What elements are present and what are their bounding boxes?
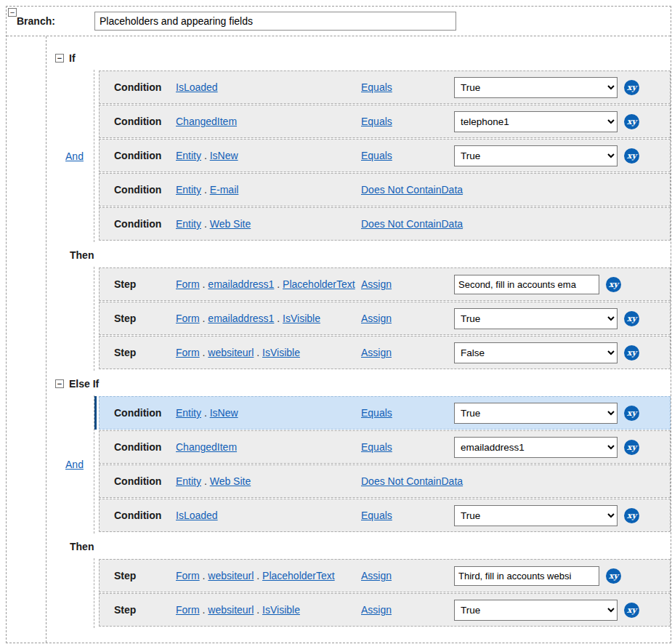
path-segment-link[interactable]: IsLoaded	[176, 81, 218, 93]
value-cell: telephone1	[454, 111, 618, 132]
value-dropdown[interactable]: True	[454, 600, 618, 621]
path-segment-link[interactable]: ChangedItem	[176, 441, 237, 453]
condition-row[interactable]: ConditionChangedItemEqualstelephone1xy	[99, 105, 671, 138]
fx-expression-icon[interactable]: xy	[624, 406, 639, 421]
path-separator: .	[274, 278, 283, 290]
path-segment-link[interactable]: IsVisible	[262, 604, 300, 616]
branch-collapse-icon[interactable]: −	[8, 8, 17, 17]
path-segment-link[interactable]: E-mail	[210, 184, 239, 196]
path-segment-link[interactable]: emailaddress1	[208, 313, 274, 324]
connector-link[interactable]: And	[65, 459, 84, 470]
value-dropdown[interactable]: True	[454, 77, 618, 98]
value-dropdown[interactable]: False	[454, 342, 618, 363]
path-segment-link[interactable]: Form	[176, 347, 200, 358]
value-text-input[interactable]	[454, 566, 599, 586]
property-path: Entity . IsNew	[176, 150, 361, 161]
path-segment-link[interactable]: ChangedItem	[176, 116, 237, 127]
path-segment-link[interactable]: emailaddress1	[208, 278, 274, 290]
value-dropdown[interactable]: True	[454, 403, 618, 424]
condition-row[interactable]: ConditionEntity . IsNewEqualsTruexy	[99, 139, 671, 172]
condition-row[interactable]: ConditionIsLoadedEqualsTruexy	[99, 71, 671, 104]
condition-row[interactable]: ConditionChangedItemEqualsemailaddress1x…	[99, 430, 671, 464]
path-segment-link[interactable]: IsNew	[210, 407, 238, 419]
branch-name-input[interactable]	[94, 12, 456, 31]
step-row[interactable]: StepForm . websiteurl . IsVisibleAssignT…	[99, 593, 671, 627]
step-row[interactable]: StepForm . emailaddress1 . IsVisibleAssi…	[99, 302, 671, 335]
rows-container: ConditionIsLoadedEqualsTruexyConditionCh…	[94, 70, 671, 242]
value-dropdown[interactable]: True	[454, 145, 618, 166]
row-type-label: Step	[100, 604, 176, 616]
fx-expression-icon[interactable]: xy	[624, 440, 639, 455]
value-text-input[interactable]	[454, 275, 599, 294]
path-segment-link[interactable]: Entity	[176, 150, 201, 161]
fx-expression-icon[interactable]: xy	[606, 277, 621, 292]
value-cell	[454, 566, 599, 586]
fx-expression-icon[interactable]: xy	[624, 345, 639, 361]
operator-link[interactable]: Equals	[361, 150, 392, 161]
connector-link[interactable]: And	[65, 150, 84, 162]
row-type-label: Condition	[100, 218, 176, 230]
fx-expression-icon[interactable]: xy	[624, 114, 639, 129]
step-row[interactable]: StepForm . websiteurl . PlaceholderTextA…	[99, 559, 671, 592]
value-dropdown[interactable]: True	[454, 308, 618, 329]
fx-expression-icon[interactable]: xy	[624, 80, 639, 95]
operator-link[interactable]: Equals	[361, 407, 392, 419]
condition-row[interactable]: ConditionEntity . E-mailDoes Not Contain…	[99, 173, 671, 206]
path-segment-link[interactable]: IsNew	[210, 150, 238, 161]
operator-link[interactable]: Assign	[361, 278, 392, 290]
path-segment-link[interactable]: Entity	[176, 184, 201, 196]
operator-link[interactable]: Assign	[361, 570, 392, 581]
fx-expression-icon[interactable]: xy	[606, 568, 621, 584]
operator-link[interactable]: Equals	[361, 441, 392, 453]
path-separator: .	[201, 184, 210, 196]
path-segment-link[interactable]: Entity	[176, 218, 201, 230]
fx-expression-icon[interactable]: xy	[624, 148, 639, 164]
fx-expression-icon[interactable]: xy	[624, 508, 639, 523]
operator-link[interactable]: Assign	[361, 347, 392, 358]
path-segment-link[interactable]: Web Site	[210, 218, 251, 230]
operator-link[interactable]: Does Not ContainData	[361, 218, 463, 230]
path-segment-link[interactable]: IsVisible	[283, 313, 320, 324]
path-separator: .	[201, 475, 210, 487]
path-segment-link[interactable]: PlaceholderText	[262, 570, 335, 581]
path-segment-link[interactable]: IsLoaded	[176, 510, 218, 521]
condition-row[interactable]: ConditionEntity . Web SiteDoes Not Conta…	[99, 464, 671, 498]
operator-link[interactable]: Equals	[361, 510, 392, 521]
condition-row[interactable]: ConditionEntity . IsNewEqualsTruexy	[99, 396, 671, 430]
path-separator: .	[201, 407, 210, 419]
rule-designer: − Branch: −IfAndConditionIsLoadedEqualsT…	[6, 6, 671, 643]
path-segment-link[interactable]: Entity	[176, 407, 201, 419]
operator-link[interactable]: Assign	[361, 604, 392, 616]
rows-container: StepForm . emailaddress1 . PlaceholderTe…	[94, 267, 671, 371]
path-segment-link[interactable]: Form	[176, 570, 200, 581]
collapse-icon[interactable]: −	[55, 54, 64, 63]
operator-link[interactable]: Does Not ContainData	[361, 184, 463, 196]
collapse-icon[interactable]: −	[55, 379, 64, 388]
connector-cell: And	[55, 150, 94, 162]
fx-expression-icon[interactable]: xy	[624, 603, 639, 618]
operator-link[interactable]: Equals	[361, 116, 392, 127]
fx-expression-icon[interactable]: xy	[624, 311, 639, 326]
operator-link[interactable]: Does Not ContainData	[361, 475, 463, 487]
condition-row[interactable]: ConditionIsLoadedEqualsTruexy	[99, 499, 671, 532]
condition-row[interactable]: ConditionEntity . Web SiteDoes Not Conta…	[99, 207, 671, 241]
path-segment-link[interactable]: websiteurl	[208, 604, 254, 616]
value-dropdown[interactable]: telephone1	[454, 111, 618, 132]
path-segment-link[interactable]: IsVisible	[262, 347, 300, 358]
path-segment-link[interactable]: Web Site	[210, 475, 251, 487]
path-segment-link[interactable]: websiteurl	[208, 347, 254, 358]
path-segment-link[interactable]: Form	[176, 604, 200, 616]
value-dropdown[interactable]: True	[454, 505, 618, 526]
path-segment-link[interactable]: websiteurl	[208, 570, 254, 581]
operator-link[interactable]: Assign	[361, 313, 392, 324]
path-segment-link[interactable]: Form	[176, 313, 200, 324]
path-segment-link[interactable]: Form	[176, 278, 200, 290]
property-path: Entity . Web Site	[176, 218, 361, 230]
operator-link[interactable]: Equals	[361, 81, 392, 93]
step-row[interactable]: StepForm . emailaddress1 . PlaceholderTe…	[99, 267, 671, 301]
value-dropdown[interactable]: emailaddress1	[454, 437, 618, 458]
section-header-else-if: −Else If	[55, 378, 671, 390]
path-segment-link[interactable]: PlaceholderText	[283, 278, 355, 290]
step-row[interactable]: StepForm . websiteurl . IsVisibleAssignF…	[99, 336, 671, 369]
path-segment-link[interactable]: Entity	[176, 475, 201, 487]
